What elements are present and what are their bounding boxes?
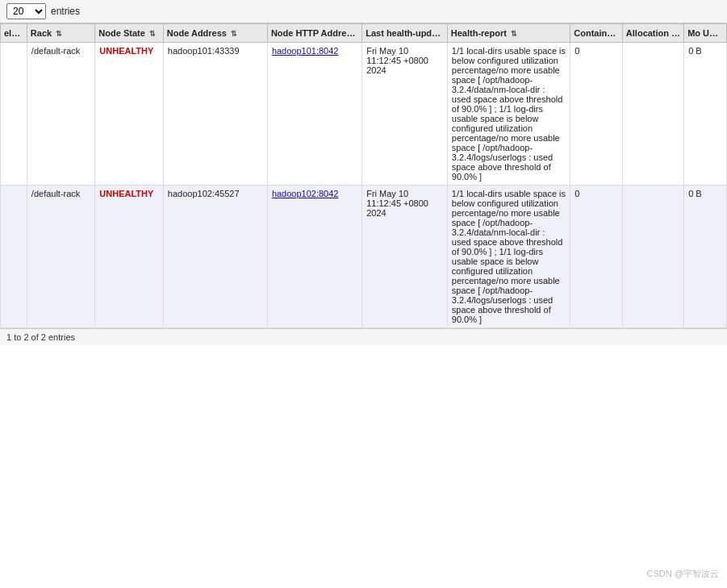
cell-labels [1,186,27,328]
node-http-link[interactable]: hadoop102:8042 [272,189,339,198]
sort-icon-labels[interactable]: ⇅ [20,30,27,38]
sort-icon-address[interactable]: ⇅ [231,30,237,38]
col-header-health-update: Last health-update ⇅ [362,24,448,43]
cell-containers: 0 [570,186,623,328]
sort-icon-health-report[interactable]: ⇅ [511,30,517,38]
cell-health-report: 1/1 local-dirs usable space is below con… [447,186,570,328]
cell-state: UNHEALTHY [95,43,163,186]
cell-state: UNHEALTHY [95,186,163,328]
cell-rack: /default-rack [27,186,94,328]
entries-label: entries [51,6,80,17]
col-header-health-report: Health-report ⇅ [447,24,570,43]
col-header-http: Node HTTP Address ⇅ [267,24,361,43]
pagination-info: 1 to 2 of 2 entries [6,332,75,342]
cell-http[interactable]: hadoop101:8042 [267,43,361,186]
col-header-state: Node State ⇅ [95,24,163,43]
cell-labels [1,43,27,186]
table-row: /default-rackUNHEALTHYhadoop102:45527had… [1,186,727,328]
col-header-containers: Containers ⇅ [570,24,623,43]
top-bar: 20 50 100 entries [0,0,727,23]
nodes-table: els ⇅ Rack ⇅ Node State ⇅ Node Address ⇅… [0,23,727,328]
entries-select[interactable]: 20 50 100 [6,3,46,19]
cell-health-report: 1/1 local-dirs usable space is below con… [447,43,570,186]
col-header-labels: els ⇅ [1,24,27,43]
table-row: /default-rackUNHEALTHYhadoop101:43339had… [1,43,727,186]
bottom-bar: 1 to 2 of 2 entries [0,328,727,345]
cell-rack: /default-rack [27,43,94,186]
cell-containers: 0 [570,43,623,186]
cell-mem-used: 0 B [684,186,727,328]
node-http-link[interactable]: hadoop101:8042 [272,46,339,56]
col-header-mem-used: Mo Use ⇅ [684,24,727,43]
cell-health-update: Fri May 10 11:12:45 +0800 2024 [362,43,448,186]
sort-icon-rack[interactable]: ⇅ [56,30,62,38]
col-header-rack: Rack ⇅ [27,24,94,43]
cell-health-update: Fri May 10 11:12:45 +0800 2024 [362,186,448,328]
cell-address: hadoop101:43339 [163,43,267,186]
cell-mem-used: 0 B [684,43,727,186]
col-header-address: Node Address ⇅ [163,24,267,43]
cell-allocation [622,186,683,328]
col-header-allocation: Allocation Tags ⇅ [622,24,683,43]
cell-address: hadoop102:45527 [163,186,267,328]
cell-allocation [622,43,683,186]
sort-icon-mem-used[interactable]: ⇅ [723,30,726,38]
sort-icon-state[interactable]: ⇅ [149,30,156,38]
cell-http[interactable]: hadoop102:8042 [267,186,361,328]
